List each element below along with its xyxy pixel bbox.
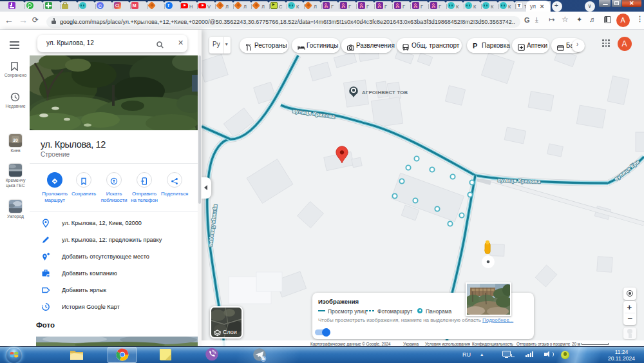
svg-text:30: 30 — [13, 138, 18, 142]
svg-text:АГРОІНВЕСТ ТОВ: АГРОІНВЕСТ ТОВ — [362, 90, 408, 95]
